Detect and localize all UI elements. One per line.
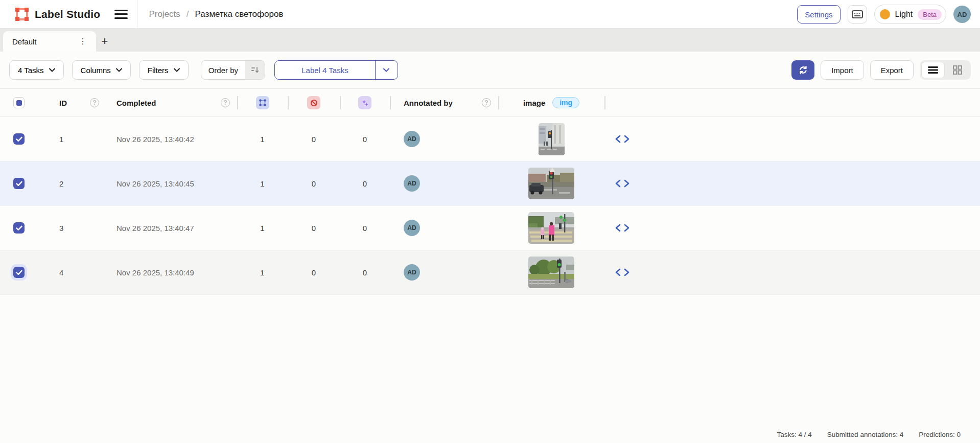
table-row[interactable]: 4 Nov 26 2025, 13:40:49 1 0 0 AD <box>0 250 980 295</box>
annotator-avatar: AD <box>404 220 420 236</box>
table-header: ID ? Completed ? An <box>0 88 980 117</box>
breadcrumb: Projects / Разметка светофоров <box>149 9 283 19</box>
order-by-button[interactable]: Order by <box>201 60 265 80</box>
source-code-icon[interactable] <box>615 268 630 276</box>
select-all-checkbox[interactable] <box>13 97 25 108</box>
toolbar: 4 Tasks Columns Filters Order by Label 4… <box>0 52 980 88</box>
export-button[interactable]: Export <box>870 60 914 80</box>
row-checkbox[interactable] <box>13 267 25 278</box>
grid-icon <box>953 65 962 75</box>
annotations-count: 1 <box>237 250 288 294</box>
annotations-count-column-icon[interactable] <box>256 96 269 109</box>
user-avatar[interactable]: AD <box>953 6 971 23</box>
predictions-count: 0 <box>340 117 390 161</box>
breadcrumb-separator: / <box>186 9 189 19</box>
tab-label: Default <box>12 37 37 46</box>
app-logo[interactable]: Label Studio <box>0 8 100 21</box>
chevron-down-icon <box>49 68 55 72</box>
column-header-annotated-by[interactable]: Annotated by <box>404 99 453 107</box>
task-completed: Nov 26 2025, 13:40:49 <box>106 250 237 294</box>
beta-badge: Beta <box>918 9 942 20</box>
top-bar: Label Studio Projects / Разметка светофо… <box>0 0 980 29</box>
columns-label: Columns <box>81 66 111 75</box>
list-icon <box>927 66 939 74</box>
table-row[interactable]: 1 Nov 26 2025, 13:40:42 1 0 0 AD <box>0 117 980 161</box>
list-view-button[interactable] <box>921 62 945 78</box>
column-header-id[interactable]: ID <box>59 99 67 107</box>
chevron-down-icon <box>174 68 180 72</box>
task-id: 3 <box>46 206 106 250</box>
tab-options-icon[interactable]: ⋮ <box>77 36 89 46</box>
columns-dropdown[interactable]: Columns <box>72 60 131 80</box>
annotator-avatar: AD <box>404 131 420 147</box>
chevron-down-icon <box>116 68 122 72</box>
help-icon[interactable]: ? <box>482 98 491 107</box>
tasks-stat: Tasks: 4 / 4 <box>777 431 812 438</box>
img-type-badge[interactable]: img <box>552 97 579 108</box>
order-by-label: Order by <box>201 61 245 79</box>
task-completed: Nov 26 2025, 13:40:42 <box>106 117 237 161</box>
cancelled-count: 0 <box>288 250 340 294</box>
cancelled-count: 0 <box>288 117 340 161</box>
annotations-count: 1 <box>237 206 288 250</box>
breadcrumb-projects-link[interactable]: Projects <box>149 9 180 19</box>
menu-icon[interactable] <box>114 9 128 19</box>
cancelled-count: 0 <box>288 161 340 205</box>
task-thumbnail[interactable] <box>528 257 574 288</box>
cancelled-count: 0 <box>288 206 340 250</box>
source-code-icon[interactable] <box>615 224 630 232</box>
task-completed: Nov 26 2025, 13:40:45 <box>106 161 237 205</box>
source-code-icon[interactable] <box>615 135 630 143</box>
table-row[interactable]: 3 Nov 26 2025, 13:40:47 1 0 0 AD <box>0 206 980 250</box>
grid-view-button[interactable] <box>946 62 969 78</box>
keyboard-shortcuts-button[interactable] <box>848 5 867 24</box>
row-checkbox[interactable] <box>13 178 25 189</box>
settings-button[interactable]: Settings <box>797 5 840 24</box>
add-tab-button[interactable]: + <box>96 31 113 52</box>
theme-label: Light <box>895 10 913 19</box>
label-tasks-split-button: Label 4 Tasks <box>274 60 398 80</box>
label-studio-logo-icon <box>15 8 29 21</box>
row-checkbox[interactable] <box>13 133 25 145</box>
predictions-count: 0 <box>340 250 390 294</box>
app-title: Label Studio <box>35 8 100 20</box>
tasks-count-dropdown[interactable]: 4 Tasks <box>9 60 64 80</box>
task-id: 4 <box>46 250 106 294</box>
keyboard-icon <box>852 10 863 18</box>
help-icon[interactable]: ? <box>221 98 230 107</box>
annotations-count: 1 <box>237 117 288 161</box>
theme-sun-icon <box>880 9 890 19</box>
cancelled-annotations-column-icon[interactable] <box>307 96 320 109</box>
tasks-count-label: 4 Tasks <box>18 66 44 75</box>
chevron-down-icon <box>383 68 389 72</box>
row-checkbox[interactable] <box>13 222 25 234</box>
predictions-column-icon[interactable] <box>358 96 371 109</box>
task-thumbnail[interactable] <box>528 212 574 244</box>
help-icon[interactable]: ? <box>90 98 99 107</box>
sort-icon[interactable] <box>245 61 265 79</box>
task-id: 2 <box>46 161 106 205</box>
table-row[interactable]: 2 Nov 26 2025, 13:40:45 1 0 0 AD <box>0 161 980 206</box>
task-completed: Nov 26 2025, 13:40:47 <box>106 206 237 250</box>
annotator-avatar: AD <box>404 264 420 281</box>
column-header-image[interactable]: image <box>523 99 545 107</box>
task-thumbnail[interactable] <box>539 123 565 155</box>
divider <box>137 0 137 29</box>
filters-dropdown[interactable]: Filters <box>139 60 189 80</box>
column-header-completed[interactable]: Completed <box>116 99 156 107</box>
task-thumbnail[interactable] <box>528 168 574 199</box>
tab-default[interactable]: Default ⋮ <box>3 31 96 52</box>
refresh-icon <box>798 65 808 75</box>
annotations-count: 1 <box>237 161 288 205</box>
status-bar: Tasks: 4 / 4 Submitted annotations: 4 Pr… <box>777 431 961 438</box>
import-button[interactable]: Import <box>821 60 864 80</box>
label-tasks-caret[interactable] <box>375 61 398 79</box>
predictions-count: 0 <box>340 161 390 205</box>
theme-toggle[interactable]: Light Beta <box>874 5 946 24</box>
predictions-count: 0 <box>340 206 390 250</box>
source-code-icon[interactable] <box>615 179 630 188</box>
refresh-button[interactable] <box>791 60 814 80</box>
view-toggle <box>920 60 971 80</box>
annotator-avatar: AD <box>404 175 420 192</box>
label-tasks-button[interactable]: Label 4 Tasks <box>275 61 375 79</box>
